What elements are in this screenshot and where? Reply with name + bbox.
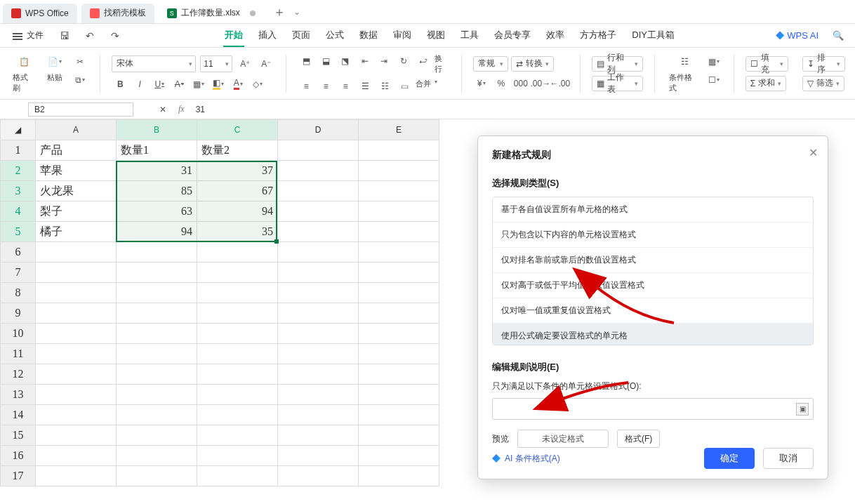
ribbon-tab-tools[interactable]: 工具	[459, 25, 480, 47]
cell[interactable]	[197, 263, 278, 283]
cell[interactable]: 35	[197, 222, 278, 242]
font-family-select[interactable]: 宋体▾	[112, 55, 196, 72]
cell[interactable]: 67	[197, 181, 278, 201]
cell[interactable]	[359, 283, 439, 303]
cancel-edit-icon[interactable]: ✕	[154, 102, 171, 117]
cell[interactable]	[197, 364, 278, 385]
col-header[interactable]: B	[117, 120, 197, 140]
name-box[interactable]: B2	[28, 102, 133, 117]
cell[interactable]: 85	[117, 181, 197, 201]
fx-icon[interactable]: fx	[178, 104, 185, 114]
sum-button[interactable]: Σ 求和▾	[745, 76, 786, 91]
cell[interactable]	[197, 466, 278, 486]
row-header[interactable]: 11	[1, 344, 36, 364]
cell[interactable]	[36, 263, 117, 283]
cell[interactable]	[359, 324, 439, 344]
rule-type-item[interactable]: 仅对唯一值或重复值设置格式	[493, 298, 813, 324]
convert-button[interactable]: ⇄ 转换▾	[511, 56, 554, 72]
row-col-button[interactable]: ▤ 行和列▾	[592, 56, 644, 72]
ribbon-tab-formula[interactable]: 公式	[324, 25, 345, 47]
cell[interactable]	[197, 405, 278, 425]
cell[interactable]	[197, 446, 278, 466]
row-header[interactable]: 10	[1, 324, 36, 344]
cell[interactable]	[36, 364, 117, 385]
cell[interactable]	[359, 161, 439, 181]
file-menu[interactable]: 文件	[8, 28, 48, 43]
number-format-select[interactable]: 常规▾	[473, 56, 508, 72]
ribbon-tab-diy[interactable]: DIY工具箱	[630, 25, 676, 47]
cell[interactable]: 63	[117, 201, 197, 222]
row-header[interactable]: 13	[1, 385, 36, 405]
cell[interactable]	[197, 324, 278, 344]
cell[interactable]	[36, 446, 117, 466]
cell[interactable]: 94	[197, 201, 278, 222]
rule-type-item[interactable]: 只为包含以下内容的单元格设置格式	[493, 223, 813, 248]
cell[interactable]	[359, 466, 439, 486]
cell[interactable]	[278, 425, 359, 446]
col-header[interactable]: A	[36, 120, 117, 140]
underline-icon[interactable]: U▾	[151, 77, 168, 92]
cell[interactable]	[36, 425, 117, 446]
row-header[interactable]: 12	[1, 364, 36, 385]
cell[interactable]	[117, 283, 197, 303]
cut-icon[interactable]: ✂	[72, 54, 88, 69]
cell[interactable]	[278, 263, 359, 283]
cell[interactable]	[278, 201, 359, 222]
fill-color-icon[interactable]: ◧▾	[210, 77, 227, 92]
ribbon-tab-efficiency[interactable]: 效率	[545, 25, 566, 47]
select-all-corner[interactable]: ◢	[1, 120, 36, 140]
format-painter-icon[interactable]: 📋	[15, 54, 32, 69]
cell[interactable]	[278, 385, 359, 405]
cond-format-icon[interactable]: ☷	[676, 54, 693, 69]
cell[interactable]	[117, 324, 197, 344]
justify-icon[interactable]: ☰	[357, 79, 373, 94]
comma-icon[interactable]: 000	[512, 76, 529, 91]
cell-styles-icon[interactable]: ▦▾	[705, 54, 722, 69]
redo-icon[interactable]: ↷	[107, 28, 124, 44]
range-picker-icon[interactable]: ▣	[796, 403, 809, 416]
cell[interactable]	[278, 283, 359, 303]
cell[interactable]: 数量2	[197, 140, 278, 161]
cell[interactable]	[278, 161, 359, 181]
cell[interactable]: 产品	[36, 140, 117, 161]
cell[interactable]	[278, 181, 359, 201]
cell[interactable]	[359, 303, 439, 324]
rule-type-item[interactable]: 使用公式确定要设置格式的单元格	[493, 324, 813, 345]
format-button[interactable]: 格式(F)	[617, 430, 660, 448]
cell[interactable]	[117, 344, 197, 364]
align-right-icon[interactable]: ≡	[337, 79, 354, 94]
cell[interactable]	[278, 303, 359, 324]
cell[interactable]	[359, 425, 439, 446]
search-icon[interactable]: 🔍	[830, 28, 847, 44]
cell[interactable]	[359, 242, 439, 263]
cell[interactable]	[359, 385, 439, 405]
cell[interactable]	[197, 385, 278, 405]
cell[interactable]	[36, 344, 117, 364]
tab-wps-office[interactable]: WPS Office	[3, 4, 77, 23]
col-header[interactable]: D	[278, 120, 359, 140]
cell[interactable]	[117, 263, 197, 283]
formula-value[interactable]: 31	[196, 105, 205, 114]
orientation-icon[interactable]: ↻	[395, 53, 412, 69]
strike-icon[interactable]: A▾	[171, 77, 187, 92]
cell[interactable]: 梨子	[36, 201, 117, 222]
ribbon-tab-page[interactable]: 页面	[291, 25, 312, 47]
row-header[interactable]: 7	[1, 263, 36, 283]
cell[interactable]: 37	[197, 161, 278, 181]
ribbon-tab-data[interactable]: 数据	[358, 25, 379, 47]
ribbon-tab-ffgz[interactable]: 方方格子	[578, 25, 618, 47]
row-header[interactable]: 4	[1, 201, 36, 222]
cell[interactable]	[197, 425, 278, 446]
cell[interactable]	[117, 364, 197, 385]
tab-templates[interactable]: 找稻壳模板	[81, 4, 154, 23]
save-icon[interactable]: 🖫	[56, 28, 73, 44]
cell[interactable]	[359, 181, 439, 201]
cell[interactable]	[359, 263, 439, 283]
copy-icon[interactable]: ⧉▾	[72, 72, 88, 88]
cell[interactable]: 31	[117, 161, 197, 181]
bold-icon[interactable]: B	[112, 77, 128, 92]
align-left-icon[interactable]: ≡	[298, 79, 314, 94]
font-color-icon[interactable]: A▾	[230, 77, 246, 92]
cell[interactable]: 橘子	[36, 222, 117, 242]
row-header[interactable]: 8	[1, 283, 36, 303]
